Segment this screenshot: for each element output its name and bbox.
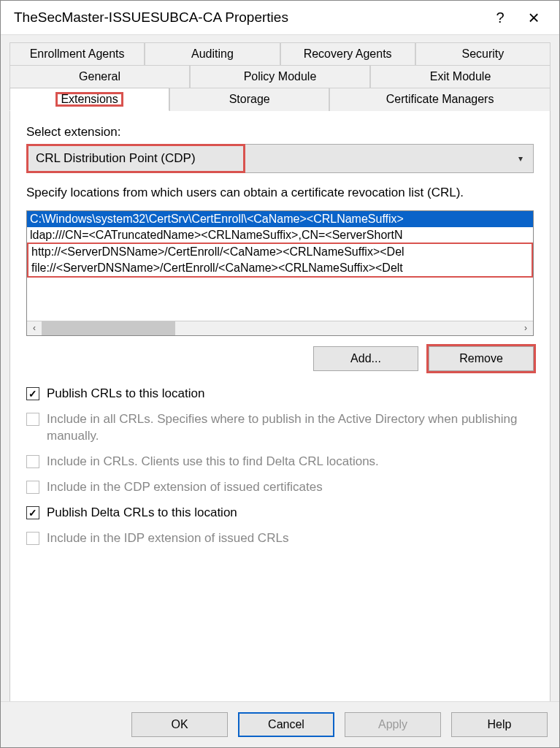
list-item[interactable]: ldap:///CN=<CATruncatedName><CRLNameSuff… [27,227,533,243]
tab-storage[interactable]: Storage [169,88,329,111]
check-include-all-crls: Include in all CRLs. Specifies where to … [26,411,534,445]
remove-button[interactable]: Remove [429,346,534,371]
ok-button[interactable]: OK [131,712,228,737]
tabs-area: Enrollment Agents Auditing Recovery Agen… [1,34,559,717]
horizontal-scrollbar[interactable]: ‹ › [27,321,533,335]
check-label: Include in the IDP extension of issued C… [47,530,288,547]
tab-extensions-label: Extensions [56,93,122,106]
tab-recovery-agents[interactable]: Recovery Agents [280,42,415,65]
check-include-cdp-extension: Include in the CDP extension of issued c… [26,479,534,496]
tab-extensions[interactable]: Extensions [9,88,169,111]
title-bar: TheSecMaster-ISSUESUBCA-CA Properties ? … [1,1,559,34]
tab-general[interactable]: General [9,65,190,88]
select-extension-label: Select extension: [26,125,534,140]
tab-enrollment-agents[interactable]: Enrollment Agents [9,42,145,65]
close-button[interactable]: × [517,7,551,29]
scrollbar-thumb[interactable] [42,321,175,335]
list-item[interactable]: file://<ServerDNSName>/CertEnroll/<CaNam… [28,260,532,276]
checkbox-icon [26,532,39,545]
check-label: Include in all CRLs. Specifies where to … [47,411,534,445]
help-button[interactable]: ? [483,9,517,26]
check-include-crls-delta: Include in CRLs. Clients use this to fin… [26,454,534,470]
tab-policy-module[interactable]: Policy Module [190,65,370,88]
add-button[interactable]: Add... [313,346,418,371]
cancel-button[interactable]: Cancel [238,712,334,737]
extension-description: Specify locations from which users can o… [26,185,534,202]
checkbox-icon [26,387,39,400]
tab-auditing[interactable]: Auditing [145,42,280,65]
scroll-right-icon[interactable]: › [518,323,533,333]
check-label: Include in the CDP extension of issued c… [47,479,323,496]
apply-button: Apply [345,712,441,737]
tab-certificate-managers[interactable]: Certificate Managers [329,88,551,111]
checkbox-icon [26,413,39,426]
checkbox-icon [26,506,39,519]
list-item[interactable]: C:\Windows\system32\CertSrv\CertEnroll\<… [27,211,533,227]
checkbox-icon [26,481,39,494]
locations-listbox[interactable]: C:\Windows\system32\CertSrv\CertEnroll\<… [26,210,534,336]
checkbox-icon [26,455,39,468]
help-button[interactable]: Help [451,712,548,737]
scroll-left-icon[interactable]: ‹ [27,323,42,333]
check-publish-crls[interactable]: Publish CRLs to this location [26,386,534,402]
window-title: TheSecMaster-ISSUESUBCA-CA Properties [14,9,483,26]
check-label: Include in CRLs. Clients use this to fin… [47,454,379,470]
extension-dropdown[interactable]: CRL Distribution Point (CDP) ▾ [26,144,534,173]
check-label: Publish Delta CRLs to this location [47,505,237,522]
tab-exit-module[interactable]: Exit Module [370,65,551,88]
list-item[interactable]: http://<ServerDNSName>/CertEnroll/<CaNam… [28,244,532,260]
check-publish-delta-crls[interactable]: Publish Delta CRLs to this location [26,505,534,522]
tab-security[interactable]: Security [415,42,551,65]
check-label: Publish CRLs to this location [47,386,204,402]
check-include-idp-extension: Include in the IDP extension of issued C… [26,530,534,547]
tab-content: Select extension: CRL Distribution Point… [9,110,551,717]
extension-dropdown-value: CRL Distribution Point (CDP) [36,151,236,166]
chevron-down-icon: ▾ [518,153,523,164]
dialog-footer: OK Cancel Apply Help [1,701,559,747]
